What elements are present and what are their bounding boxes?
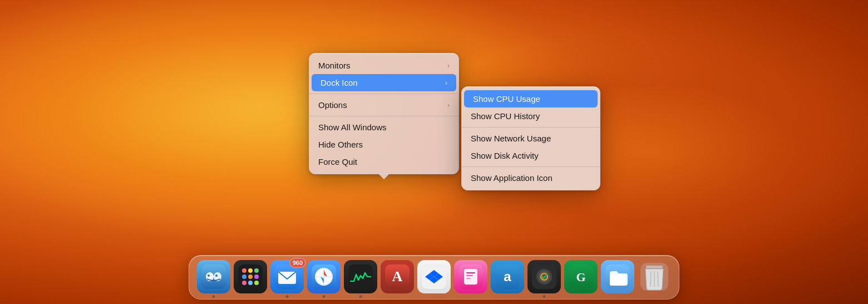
dock-icon-submenu: Show CPU Usage Show CPU History Show Net… xyxy=(461,86,600,190)
mail-badge: 960 xyxy=(289,258,306,268)
svg-text:a: a xyxy=(504,269,511,284)
svg-point-4 xyxy=(215,274,218,277)
omnifocus-icon-svg xyxy=(532,264,556,289)
separator-2 xyxy=(309,116,458,116)
submenu-item-show-disk-activity[interactable]: Show Disk Activity xyxy=(462,147,600,164)
submenu-arrow-dock-icon: › xyxy=(445,79,447,87)
submenu-item-show-network-usage[interactable]: Show Network Usage xyxy=(462,130,600,147)
dock-icon-grammarly[interactable]: G xyxy=(564,260,598,293)
dock-icon-textsoap[interactable]: A xyxy=(381,260,414,293)
svg-text:A: A xyxy=(392,268,403,285)
context-menu-wrapper: Monitors › Dock Icon › Options › Show Al… xyxy=(309,53,600,190)
cleanmymac-icon-svg xyxy=(458,264,483,289)
submenu-arrow-monitors: › xyxy=(447,62,450,70)
svg-line-51 xyxy=(658,271,658,287)
dock-icon-atext[interactable]: a xyxy=(491,260,524,293)
svg-rect-33 xyxy=(464,269,477,285)
submenu-item-show-cpu-usage-label: Show CPU Usage xyxy=(473,94,540,104)
dock-icon-dropbox[interactable] xyxy=(417,260,451,293)
svg-point-6 xyxy=(242,268,246,273)
svg-point-14 xyxy=(254,281,259,285)
svg-point-7 xyxy=(248,268,253,273)
svg-point-3 xyxy=(208,274,210,277)
menu-item-hide-others-label: Hide Others xyxy=(318,140,363,149)
submenu-item-show-disk-activity-label: Show Disk Activity xyxy=(471,151,539,160)
atext-icon-svg: a xyxy=(495,264,520,289)
menu-item-show-all-windows-label: Show All Windows xyxy=(318,122,387,132)
submenu-arrow-options: › xyxy=(447,101,450,109)
dock-icon-files[interactable] xyxy=(601,260,634,293)
svg-rect-48 xyxy=(646,266,663,268)
finder-dot xyxy=(213,295,215,298)
menu-item-dock-icon[interactable]: Dock Icon › xyxy=(312,74,456,91)
dock-icon-activity-monitor[interactable] xyxy=(344,260,377,293)
menu-item-show-all-windows[interactable]: Show All Windows xyxy=(309,119,458,136)
main-context-menu: Monitors › Dock Icon › Options › Show Al… xyxy=(309,53,459,174)
svg-line-49 xyxy=(650,271,651,287)
menu-item-monitors[interactable]: Monitors › xyxy=(309,57,458,74)
dock-icon-cleanmymac[interactable] xyxy=(454,260,487,293)
svg-point-10 xyxy=(248,274,253,279)
omnifocus-dot xyxy=(543,295,546,298)
svg-point-12 xyxy=(242,281,246,285)
menu-item-force-quit[interactable]: Force Quit xyxy=(309,153,458,170)
svg-rect-34 xyxy=(466,272,475,273)
dock-icon-mail[interactable]: 960 xyxy=(270,260,304,293)
separator-1 xyxy=(309,94,458,94)
menu-item-options[interactable]: Options › xyxy=(309,96,458,114)
dock-icon-launchpad[interactable] xyxy=(234,260,267,293)
activity-monitor-icon-svg xyxy=(348,264,373,289)
submenu-item-show-application-icon-label: Show Application Icon xyxy=(471,173,553,183)
menu-item-hide-others[interactable]: Hide Others xyxy=(309,136,458,153)
svg-text:G: G xyxy=(576,270,585,284)
dock-icon-omnifocus[interactable] xyxy=(527,260,561,293)
dock-icon-trash[interactable] xyxy=(638,260,671,293)
submenu-item-show-cpu-history-label: Show CPU History xyxy=(471,111,540,121)
dropbox-icon-svg xyxy=(422,264,446,289)
launchpad-icon-svg xyxy=(238,264,263,289)
svg-rect-35 xyxy=(466,275,473,276)
menu-item-monitors-label: Monitors xyxy=(318,61,351,70)
menu-item-force-quit-label: Force Quit xyxy=(318,157,357,166)
svg-point-11 xyxy=(254,274,259,279)
submenu-item-show-cpu-usage[interactable]: Show CPU Usage xyxy=(464,90,598,107)
submenu-separator-1 xyxy=(462,127,600,128)
submenu-item-show-application-icon[interactable]: Show Application Icon xyxy=(462,169,600,187)
files-icon-svg xyxy=(605,264,630,289)
svg-point-13 xyxy=(248,281,253,285)
svg-rect-46 xyxy=(610,274,625,286)
menu-item-dock-icon-label: Dock Icon xyxy=(320,78,358,87)
dock: 960 xyxy=(189,255,679,300)
mail-icon-svg xyxy=(275,264,299,289)
menu-item-options-label: Options xyxy=(318,100,347,110)
activity-dot xyxy=(359,295,362,298)
grammarly-icon-svg: G xyxy=(569,264,593,289)
safari-icon-svg xyxy=(312,264,336,289)
dock-icon-finder[interactable] xyxy=(197,260,230,293)
textsoap-icon-svg: A xyxy=(385,264,410,289)
trash-icon-svg xyxy=(638,260,671,293)
submenu-item-show-cpu-history[interactable]: Show CPU History xyxy=(462,107,600,125)
svg-point-9 xyxy=(242,274,246,279)
submenu-separator-2 xyxy=(462,166,600,167)
submenu-item-show-network-usage-label: Show Network Usage xyxy=(471,134,551,143)
finder-icon-svg xyxy=(201,264,226,289)
mail-dot xyxy=(286,295,289,298)
safari-dot xyxy=(323,295,326,298)
svg-rect-36 xyxy=(466,278,471,279)
svg-point-8 xyxy=(254,268,259,273)
dock-icon-safari[interactable] xyxy=(307,260,341,293)
